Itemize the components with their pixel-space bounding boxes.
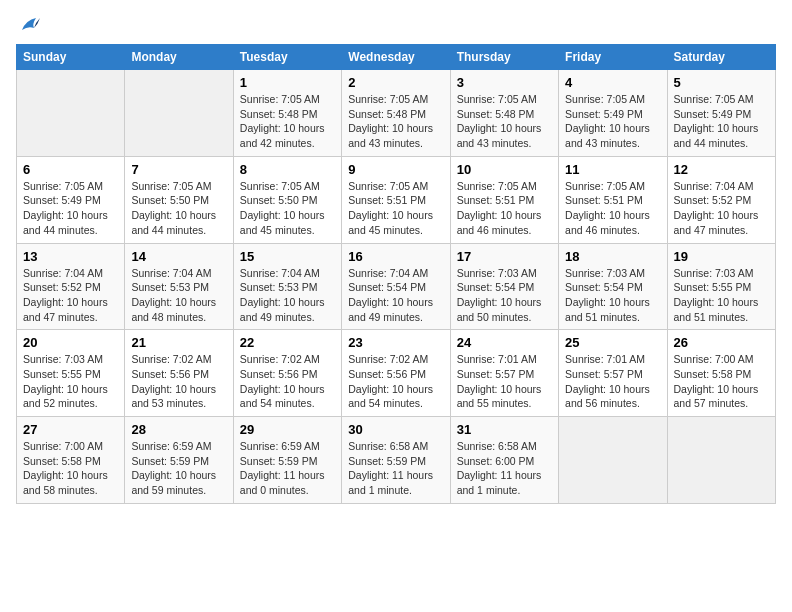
day-number: 28: [131, 422, 226, 437]
day-info: Sunrise: 6:59 AM Sunset: 5:59 PM Dayligh…: [131, 439, 226, 498]
calendar-day-cell: [559, 417, 667, 504]
calendar-header-cell: Sunday: [17, 45, 125, 70]
day-info: Sunrise: 7:02 AM Sunset: 5:56 PM Dayligh…: [240, 352, 335, 411]
calendar-day-cell: 26Sunrise: 7:00 AM Sunset: 5:58 PM Dayli…: [667, 330, 775, 417]
day-info: Sunrise: 7:05 AM Sunset: 5:48 PM Dayligh…: [457, 92, 552, 151]
day-number: 11: [565, 162, 660, 177]
calendar-day-cell: 3Sunrise: 7:05 AM Sunset: 5:48 PM Daylig…: [450, 70, 558, 157]
calendar-day-cell: 13Sunrise: 7:04 AM Sunset: 5:52 PM Dayli…: [17, 243, 125, 330]
calendar-body: 1Sunrise: 7:05 AM Sunset: 5:48 PM Daylig…: [17, 70, 776, 504]
day-number: 19: [674, 249, 769, 264]
day-number: 15: [240, 249, 335, 264]
day-info: Sunrise: 7:04 AM Sunset: 5:54 PM Dayligh…: [348, 266, 443, 325]
day-number: 4: [565, 75, 660, 90]
day-info: Sunrise: 7:03 AM Sunset: 5:55 PM Dayligh…: [23, 352, 118, 411]
day-info: Sunrise: 7:01 AM Sunset: 5:57 PM Dayligh…: [457, 352, 552, 411]
calendar-day-cell: 31Sunrise: 6:58 AM Sunset: 6:00 PM Dayli…: [450, 417, 558, 504]
day-number: 20: [23, 335, 118, 350]
day-info: Sunrise: 7:00 AM Sunset: 5:58 PM Dayligh…: [23, 439, 118, 498]
day-number: 30: [348, 422, 443, 437]
day-number: 12: [674, 162, 769, 177]
day-info: Sunrise: 7:05 AM Sunset: 5:50 PM Dayligh…: [240, 179, 335, 238]
calendar-day-cell: 15Sunrise: 7:04 AM Sunset: 5:53 PM Dayli…: [233, 243, 341, 330]
day-number: 13: [23, 249, 118, 264]
logo: [16, 16, 40, 36]
calendar-table: SundayMondayTuesdayWednesdayThursdayFrid…: [16, 44, 776, 504]
calendar-day-cell: 21Sunrise: 7:02 AM Sunset: 5:56 PM Dayli…: [125, 330, 233, 417]
day-info: Sunrise: 7:05 AM Sunset: 5:48 PM Dayligh…: [240, 92, 335, 151]
day-number: 31: [457, 422, 552, 437]
day-info: Sunrise: 7:04 AM Sunset: 5:53 PM Dayligh…: [240, 266, 335, 325]
day-info: Sunrise: 6:58 AM Sunset: 6:00 PM Dayligh…: [457, 439, 552, 498]
calendar-header-cell: Friday: [559, 45, 667, 70]
day-number: 14: [131, 249, 226, 264]
calendar-day-cell: 19Sunrise: 7:03 AM Sunset: 5:55 PM Dayli…: [667, 243, 775, 330]
day-number: 10: [457, 162, 552, 177]
calendar-day-cell: 2Sunrise: 7:05 AM Sunset: 5:48 PM Daylig…: [342, 70, 450, 157]
day-info: Sunrise: 7:04 AM Sunset: 5:52 PM Dayligh…: [23, 266, 118, 325]
calendar-header-cell: Tuesday: [233, 45, 341, 70]
calendar-day-cell: 24Sunrise: 7:01 AM Sunset: 5:57 PM Dayli…: [450, 330, 558, 417]
calendar-day-cell: 18Sunrise: 7:03 AM Sunset: 5:54 PM Dayli…: [559, 243, 667, 330]
day-number: 7: [131, 162, 226, 177]
calendar-header-cell: Wednesday: [342, 45, 450, 70]
calendar-day-cell: 25Sunrise: 7:01 AM Sunset: 5:57 PM Dayli…: [559, 330, 667, 417]
calendar-week-row: 6Sunrise: 7:05 AM Sunset: 5:49 PM Daylig…: [17, 156, 776, 243]
day-number: 22: [240, 335, 335, 350]
day-number: 8: [240, 162, 335, 177]
calendar-day-cell: 14Sunrise: 7:04 AM Sunset: 5:53 PM Dayli…: [125, 243, 233, 330]
calendar-day-cell: 28Sunrise: 6:59 AM Sunset: 5:59 PM Dayli…: [125, 417, 233, 504]
calendar-day-cell: 9Sunrise: 7:05 AM Sunset: 5:51 PM Daylig…: [342, 156, 450, 243]
calendar-week-row: 20Sunrise: 7:03 AM Sunset: 5:55 PM Dayli…: [17, 330, 776, 417]
calendar-day-cell: 10Sunrise: 7:05 AM Sunset: 5:51 PM Dayli…: [450, 156, 558, 243]
day-info: Sunrise: 7:05 AM Sunset: 5:49 PM Dayligh…: [674, 92, 769, 151]
calendar-header-cell: Monday: [125, 45, 233, 70]
calendar-day-cell: 5Sunrise: 7:05 AM Sunset: 5:49 PM Daylig…: [667, 70, 775, 157]
day-info: Sunrise: 7:00 AM Sunset: 5:58 PM Dayligh…: [674, 352, 769, 411]
page-header: [16, 16, 776, 36]
day-info: Sunrise: 7:02 AM Sunset: 5:56 PM Dayligh…: [348, 352, 443, 411]
logo-bird-icon: [18, 16, 40, 36]
day-number: 24: [457, 335, 552, 350]
day-number: 16: [348, 249, 443, 264]
day-info: Sunrise: 7:05 AM Sunset: 5:48 PM Dayligh…: [348, 92, 443, 151]
calendar-day-cell: 27Sunrise: 7:00 AM Sunset: 5:58 PM Dayli…: [17, 417, 125, 504]
day-number: 18: [565, 249, 660, 264]
calendar-day-cell: 20Sunrise: 7:03 AM Sunset: 5:55 PM Dayli…: [17, 330, 125, 417]
day-info: Sunrise: 7:05 AM Sunset: 5:49 PM Dayligh…: [565, 92, 660, 151]
calendar-day-cell: 11Sunrise: 7:05 AM Sunset: 5:51 PM Dayli…: [559, 156, 667, 243]
calendar-day-cell: 1Sunrise: 7:05 AM Sunset: 5:48 PM Daylig…: [233, 70, 341, 157]
day-number: 17: [457, 249, 552, 264]
day-info: Sunrise: 6:58 AM Sunset: 5:59 PM Dayligh…: [348, 439, 443, 498]
calendar-day-cell: 4Sunrise: 7:05 AM Sunset: 5:49 PM Daylig…: [559, 70, 667, 157]
calendar-day-cell: 7Sunrise: 7:05 AM Sunset: 5:50 PM Daylig…: [125, 156, 233, 243]
day-number: 21: [131, 335, 226, 350]
calendar-day-cell: 23Sunrise: 7:02 AM Sunset: 5:56 PM Dayli…: [342, 330, 450, 417]
day-info: Sunrise: 7:04 AM Sunset: 5:52 PM Dayligh…: [674, 179, 769, 238]
calendar-header-cell: Thursday: [450, 45, 558, 70]
day-number: 23: [348, 335, 443, 350]
calendar-week-row: 27Sunrise: 7:00 AM Sunset: 5:58 PM Dayli…: [17, 417, 776, 504]
calendar-day-cell: [17, 70, 125, 157]
day-info: Sunrise: 7:05 AM Sunset: 5:51 PM Dayligh…: [348, 179, 443, 238]
day-number: 25: [565, 335, 660, 350]
calendar-day-cell: [667, 417, 775, 504]
calendar-day-cell: 8Sunrise: 7:05 AM Sunset: 5:50 PM Daylig…: [233, 156, 341, 243]
calendar-day-cell: 30Sunrise: 6:58 AM Sunset: 5:59 PM Dayli…: [342, 417, 450, 504]
calendar-day-cell: 6Sunrise: 7:05 AM Sunset: 5:49 PM Daylig…: [17, 156, 125, 243]
day-info: Sunrise: 7:02 AM Sunset: 5:56 PM Dayligh…: [131, 352, 226, 411]
day-info: Sunrise: 7:05 AM Sunset: 5:51 PM Dayligh…: [457, 179, 552, 238]
day-number: 3: [457, 75, 552, 90]
day-info: Sunrise: 7:05 AM Sunset: 5:50 PM Dayligh…: [131, 179, 226, 238]
day-number: 27: [23, 422, 118, 437]
day-info: Sunrise: 7:05 AM Sunset: 5:49 PM Dayligh…: [23, 179, 118, 238]
calendar-week-row: 1Sunrise: 7:05 AM Sunset: 5:48 PM Daylig…: [17, 70, 776, 157]
calendar-header-row: SundayMondayTuesdayWednesdayThursdayFrid…: [17, 45, 776, 70]
calendar-day-cell: 12Sunrise: 7:04 AM Sunset: 5:52 PM Dayli…: [667, 156, 775, 243]
day-number: 29: [240, 422, 335, 437]
day-info: Sunrise: 6:59 AM Sunset: 5:59 PM Dayligh…: [240, 439, 335, 498]
calendar-day-cell: [125, 70, 233, 157]
day-info: Sunrise: 7:01 AM Sunset: 5:57 PM Dayligh…: [565, 352, 660, 411]
calendar-day-cell: 17Sunrise: 7:03 AM Sunset: 5:54 PM Dayli…: [450, 243, 558, 330]
calendar-header-cell: Saturday: [667, 45, 775, 70]
